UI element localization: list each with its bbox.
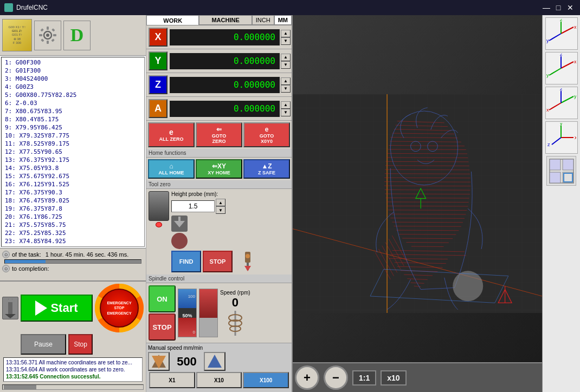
- z-safe-button[interactable]: ▲Z Z SAFE: [243, 159, 290, 179]
- work-button[interactable]: WORK: [146, 15, 199, 25]
- e-all-zero-button[interactable]: e ALL ZERO: [148, 122, 195, 147]
- gcode-line[interactable]: 17: X76.375Y90.3: [3, 188, 143, 197]
- speed-rpm-label: Speed (rpm): [220, 290, 250, 296]
- gcode-line[interactable]: 23: X74.85Y84.925: [3, 237, 143, 245]
- tool-zero-label: Tool zero: [146, 180, 292, 189]
- goto-zero-button[interactable]: ⇐ GOTO ZERO: [196, 122, 242, 147]
- spindle-on-button[interactable]: ON: [149, 285, 176, 312]
- gcode-line[interactable]: 9: X79.95Y86.425: [3, 123, 143, 132]
- x-up-arrow[interactable]: ▲: [281, 30, 291, 37]
- gcode-line[interactable]: 10: X79.325Y87.775: [3, 132, 143, 140]
- machine-button[interactable]: MACHINE: [199, 15, 252, 25]
- spindle-label: Spindle control: [146, 275, 292, 283]
- maximize-button[interactable]: □: [553, 2, 564, 13]
- svg-rect-27: [293, 94, 542, 313]
- svg-text:y: y: [574, 94, 576, 99]
- zoom-ratio-button[interactable]: 1:1: [352, 370, 376, 386]
- scroll-bar[interactable]: [2, 384, 144, 390]
- gcode-list[interactable]: 1: G00F300 2: G01F300 3: M04S24000 4: G0…: [1, 57, 145, 247]
- gcode-panel: G00 X1↑ Y↑ G01 Z↑ G01 F↑ ⊕ 38 F 300: [0, 15, 146, 392]
- 3d-view[interactable]: + − 1:1 x10: [293, 15, 542, 392]
- gcode-line[interactable]: 7: X80.675Y83.95: [3, 107, 143, 115]
- gcode-line[interactable]: 11: X78.525Y89.175: [3, 140, 143, 148]
- height-up[interactable]: ▲: [216, 199, 225, 206]
- spindle-right-icon: [224, 310, 246, 337]
- speed-up-button[interactable]: [204, 352, 225, 371]
- a-down-arrow[interactable]: ▼: [281, 109, 291, 116]
- gcode-line[interactable]: 22: X75.25Y85.325: [3, 229, 143, 237]
- axis-indicator-3: y z x: [545, 87, 578, 119]
- task-label: of the task:: [12, 251, 41, 258]
- gcode-line[interactable]: 21: X75.575Y85.75: [3, 221, 143, 229]
- z-axis-button[interactable]: Z: [149, 75, 167, 94]
- emergency-stop-button[interactable]: EMERGENCY STOP EMERGENCY: [95, 284, 144, 332]
- y-up-arrow[interactable]: ▲: [281, 54, 291, 61]
- mm-button[interactable]: MM: [274, 15, 292, 25]
- x-coord-display: 0.000000: [170, 29, 280, 45]
- gcode-line[interactable]: 19: X76.375Y87.8: [3, 205, 143, 213]
- title-bar-left: DrufelCNC: [4, 3, 48, 12]
- z-down-arrow[interactable]: ▼: [281, 85, 291, 93]
- grid-view-button[interactable]: [546, 156, 576, 186]
- svg-text:y: y: [546, 73, 549, 78]
- goto-x0y0-button[interactable]: e GOTO X0Y0: [243, 122, 290, 147]
- svg-text:z: z: [560, 54, 563, 57]
- gcode-line[interactable]: 4: G00Z3: [3, 83, 143, 91]
- a-coord-arrows: ▲ ▼: [281, 101, 291, 116]
- zoom-plus-button[interactable]: +: [295, 365, 319, 390]
- y-coord-display: 0.000000: [170, 53, 280, 69]
- inch-button[interactable]: INCH: [252, 15, 274, 25]
- axis-indicator-4: x y z: [545, 121, 578, 154]
- a-axis-button[interactable]: A: [149, 99, 167, 118]
- start-button[interactable]: Start: [21, 295, 93, 322]
- y-down-arrow[interactable]: ▼: [281, 61, 291, 69]
- settings-button[interactable]: [34, 21, 61, 50]
- manual-speed-value: 500: [172, 355, 202, 369]
- x100-button[interactable]: X100: [243, 372, 289, 388]
- x-down-arrow[interactable]: ▼: [281, 37, 291, 45]
- a-coord-display: 0.000000: [170, 101, 280, 117]
- stop-button[interactable]: Stop: [68, 334, 93, 355]
- z-coord-row: Z 0.000000 ▲ ▼: [146, 73, 292, 97]
- logo-d-button[interactable]: D: [63, 21, 91, 50]
- minimize-button[interactable]: ―: [541, 2, 552, 13]
- spindle-off-button[interactable]: STOP: [149, 313, 176, 341]
- xy-home-button[interactable]: ⇐XY XY HOME: [196, 159, 242, 179]
- close-button[interactable]: ✕: [565, 2, 576, 13]
- gcode-line[interactable]: 18: X76.475Y89.025: [3, 197, 143, 205]
- gcode-line[interactable]: 20: X76.1Y86.725: [3, 213, 143, 221]
- a-up-arrow[interactable]: ▲: [281, 101, 291, 109]
- y-axis-button[interactable]: Y: [149, 51, 167, 70]
- find-button[interactable]: FIND: [171, 251, 201, 272]
- gcode-line[interactable]: 3: M04S24000: [3, 75, 143, 83]
- height-down[interactable]: ▼: [216, 206, 225, 214]
- x-coord-row: X 0.000000 ▲ ▼: [146, 25, 292, 49]
- svg-rect-4: [39, 34, 42, 36]
- spacer: [2, 334, 18, 355]
- height-input-row: ▲ ▼: [171, 199, 289, 214]
- height-probe-input[interactable]: [171, 200, 215, 212]
- gcode-line[interactable]: 2: G01F300: [3, 67, 143, 75]
- z-up-arrow[interactable]: ▲: [281, 77, 291, 85]
- gcode-line[interactable]: 8: X80.4Y85.175: [3, 115, 143, 123]
- gcode-line[interactable]: 5: G00X80.775Y82.825: [3, 91, 143, 99]
- gcode-line[interactable]: 15: X75.675Y92.675: [3, 172, 143, 180]
- gcode-line[interactable]: 16: X76.125Y91.525: [3, 180, 143, 188]
- x10-button[interactable]: X10: [196, 372, 242, 388]
- gcode-line[interactable]: 1: G00F300: [3, 58, 143, 67]
- x-axis-button[interactable]: X: [149, 28, 167, 47]
- 3d-view-toolbar: + − 1:1 x10: [293, 362, 542, 392]
- speed-down-button[interactable]: [148, 352, 170, 371]
- gcode-line[interactable]: 13: X76.375Y92.175: [3, 156, 143, 164]
- pause-button[interactable]: Pause: [21, 334, 66, 355]
- tool-stop-button[interactable]: STOP: [203, 251, 233, 272]
- 3d-model-svg: [293, 15, 542, 392]
- gcode-line[interactable]: 12: X77.55Y90.65: [3, 148, 143, 156]
- probe-body: [149, 191, 169, 221]
- gcode-line[interactable]: 6: Z-0.03: [3, 99, 143, 107]
- zoom-x10-button[interactable]: x10: [381, 370, 406, 386]
- x1-button[interactable]: X1: [149, 372, 195, 388]
- all-home-button[interactable]: ⌂ ALL HOME: [148, 159, 195, 179]
- gcode-line[interactable]: 14: X75.05Y93.8: [3, 164, 143, 172]
- zoom-minus-button[interactable]: −: [324, 365, 348, 390]
